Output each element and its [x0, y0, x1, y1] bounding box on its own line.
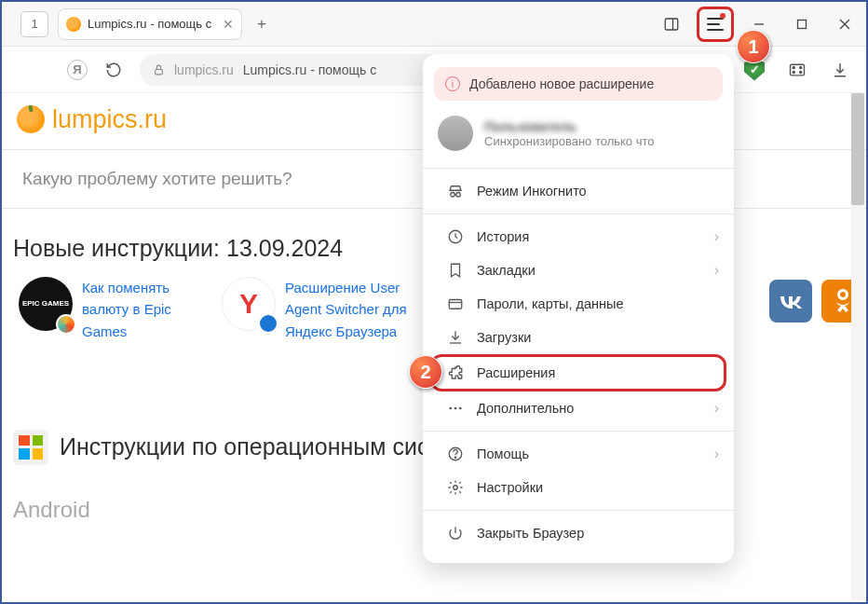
avatar-icon — [438, 116, 473, 151]
svg-point-8 — [793, 71, 794, 73]
chevron-right-icon: › — [714, 262, 719, 279]
menu-close-browser[interactable]: Закрыть Браузер — [430, 516, 726, 550]
chevron-right-icon: › — [714, 446, 719, 462]
yandex-home-icon[interactable]: Я — [67, 60, 88, 80]
menu-separator — [423, 431, 734, 432]
maximize-button[interactable] — [780, 3, 823, 46]
gear-icon — [447, 479, 464, 496]
card-icon — [447, 295, 464, 312]
new-tab-button[interactable]: + — [248, 10, 276, 38]
download-icon — [447, 329, 464, 346]
dots-icon — [447, 400, 464, 417]
notification-dot-icon — [720, 13, 726, 19]
incognito-icon — [447, 183, 464, 199]
os-android[interactable]: Android — [13, 497, 434, 523]
close-window-button[interactable] — [823, 3, 866, 46]
card-link[interactable]: Расширение User Agent Switcher для Яндек… — [285, 277, 417, 342]
profile-name: Пользователь — [484, 119, 655, 134]
svg-point-9 — [800, 66, 802, 68]
tab-title: Lumpics.ru - помощь с — [88, 17, 216, 31]
downloads-icon[interactable] — [823, 62, 857, 78]
history-icon — [447, 228, 464, 245]
tab-counter[interactable]: 1 — [20, 11, 48, 37]
card-badge-icon — [258, 313, 278, 334]
svg-point-17 — [454, 407, 457, 410]
menu-settings[interactable]: Настройки — [430, 471, 726, 504]
site-logo-icon[interactable] — [17, 105, 45, 133]
svg-point-21 — [454, 486, 458, 490]
reload-button[interactable] — [97, 62, 130, 78]
scrollbar-thumb[interactable] — [851, 93, 864, 205]
bookmark-icon — [447, 262, 464, 279]
svg-point-10 — [800, 71, 802, 73]
menu-banner-text: Добавлено новое расширение — [469, 76, 654, 91]
vertical-scrollbar[interactable] — [851, 93, 864, 600]
svg-rect-5 — [156, 69, 163, 74]
menu-help[interactable]: Помощь › — [430, 437, 726, 471]
svg-rect-2 — [798, 20, 807, 28]
menu-bookmarks[interactable]: Закладки › — [430, 254, 726, 287]
info-icon: i — [445, 76, 460, 91]
favicon-icon — [66, 17, 81, 32]
svg-point-7 — [793, 66, 794, 68]
puzzle-icon — [447, 364, 464, 381]
social-buttons — [769, 280, 864, 323]
menu-banner[interactable]: i Добавлено новое расширение — [434, 67, 723, 101]
power-icon — [447, 525, 464, 542]
card-yandex[interactable]: Y Расширение User Agent Switcher для Янд… — [222, 277, 417, 342]
close-tab-icon[interactable]: ✕ — [223, 17, 234, 32]
lock-icon — [153, 63, 165, 76]
menu-separator — [423, 510, 734, 511]
chevron-right-icon: › — [714, 400, 719, 417]
card-link[interactable]: Как поменять валюту в Epic Games — [82, 277, 214, 342]
menu-incognito[interactable]: Режим Инкогнито — [430, 174, 726, 208]
browser-tab[interactable]: Lumpics.ru - помощь с ✕ — [58, 8, 242, 40]
menu-more[interactable]: Дополнительно › — [430, 391, 726, 425]
extensions-toolbar-icon[interactable] — [780, 61, 814, 79]
url-title: Lumpics.ru - помощь с — [243, 62, 376, 77]
bookmark-panel-icon[interactable] — [650, 3, 693, 46]
yandex-browser-icon: Y — [222, 277, 276, 331]
svg-point-20 — [454, 457, 455, 458]
menu-separator — [423, 168, 734, 169]
svg-rect-0 — [665, 19, 678, 30]
menu-extensions[interactable]: Расширения — [430, 354, 726, 391]
main-menu-dropdown: i Добавлено новое расширение Пользовател… — [423, 54, 734, 563]
svg-rect-6 — [791, 64, 805, 76]
profile-status: Синхронизировано только что — [484, 134, 655, 148]
main-menu-button[interactable] — [697, 7, 734, 42]
menu-history[interactable]: История › — [430, 220, 726, 254]
site-logo-text[interactable]: lumpics.ru — [52, 105, 167, 134]
menu-downloads[interactable]: Загрузки — [430, 321, 726, 354]
url-domain: lumpics.ru — [174, 62, 234, 77]
vk-button[interactable] — [769, 280, 812, 323]
window-titlebar: 1 Lumpics.ru - помощь с ✕ + — [2, 2, 866, 47]
chevron-right-icon: › — [714, 228, 719, 245]
os-grid-icon — [13, 430, 48, 465]
menu-passwords[interactable]: Пароли, карты, данные — [430, 287, 726, 321]
card-epic[interactable]: EPIC GAMES Как поменять валюту в Epic Ga… — [19, 277, 214, 342]
svg-point-11 — [839, 291, 848, 299]
epic-games-icon: EPIC GAMES — [19, 277, 73, 331]
svg-point-12 — [451, 193, 455, 198]
help-icon — [447, 446, 464, 462]
annotation-callout-1: 1 — [737, 30, 770, 63]
card-badge-icon — [56, 314, 76, 335]
svg-point-18 — [459, 407, 462, 410]
svg-rect-15 — [449, 300, 462, 309]
menu-profile[interactable]: Пользователь Синхронизировано только что — [423, 108, 734, 162]
search-placeholder: Какую проблему хотите решить? — [22, 169, 292, 189]
annotation-callout-2: 2 — [409, 355, 442, 389]
svg-point-16 — [449, 407, 452, 410]
menu-separator — [423, 213, 734, 214]
svg-point-13 — [456, 193, 461, 198]
hamburger-icon — [707, 18, 724, 31]
